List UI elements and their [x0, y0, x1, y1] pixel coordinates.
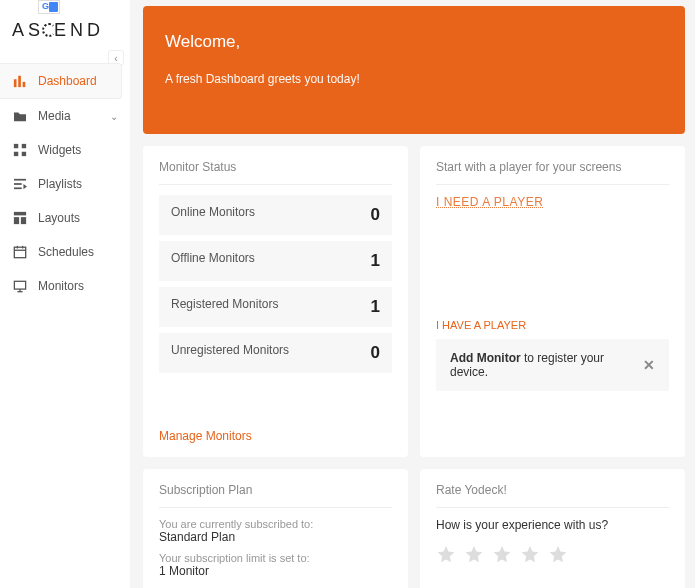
stat-value: 0 [371, 205, 380, 225]
have-player-label[interactable]: I HAVE A PLAYER [436, 319, 669, 331]
svg-rect-4 [22, 144, 26, 148]
monitor-status-card: Monitor Status Online Monitors 0 Offline… [143, 146, 408, 457]
rate-card: Rate Yodeck! How is your experience with… [420, 469, 685, 588]
sidebar-item-monitors[interactable]: Monitors [0, 269, 130, 303]
sidebar-item-playlists[interactable]: Playlists [0, 167, 130, 201]
widgets-icon [12, 143, 28, 157]
stat-row-unregistered: Unregistered Monitors 0 [159, 333, 392, 373]
stat-label: Unregistered Monitors [171, 343, 289, 363]
subscription-note: You are currently subscribed to: [159, 518, 392, 530]
star-4[interactable] [520, 544, 540, 564]
svg-rect-12 [21, 217, 26, 224]
card-title: Start with a player for your screens [436, 160, 669, 185]
sidebar-item-label: Media [38, 109, 71, 123]
need-player-link[interactable]: I NEED A PLAYER [436, 195, 669, 209]
player-start-card: Start with a player for your screens I N… [420, 146, 685, 457]
svg-rect-13 [14, 247, 25, 258]
sidebar-item-label: Widgets [38, 143, 81, 157]
sidebar-item-label: Schedules [38, 245, 94, 259]
stat-label: Registered Monitors [171, 297, 278, 317]
sidebar-item-label: Dashboard [38, 74, 97, 88]
chevron-down-icon: ⌄ [110, 111, 118, 122]
stat-row-offline: Offline Monitors 1 [159, 241, 392, 281]
playlist-icon [12, 178, 28, 190]
svg-rect-7 [14, 179, 26, 181]
main-content: Welcome, A fresh Dashboard greets you to… [143, 6, 685, 588]
calendar-icon [12, 245, 28, 259]
stat-value: 1 [371, 251, 380, 271]
sidebar-item-layouts[interactable]: Layouts [0, 201, 130, 235]
stat-row-registered: Registered Monitors 1 [159, 287, 392, 327]
star-2[interactable] [464, 544, 484, 564]
app-logo: ASEND [12, 20, 120, 41]
layouts-icon [12, 211, 28, 225]
welcome-banner: Welcome, A fresh Dashboard greets you to… [143, 6, 685, 134]
sidebar: ASEND ‹ Dashboard Media ⌄ Widgets [0, 0, 130, 588]
rate-question: How is your experience with us? [436, 518, 669, 532]
star-1[interactable] [436, 544, 456, 564]
card-title: Monitor Status [159, 160, 392, 185]
stat-row-online: Online Monitors 0 [159, 195, 392, 235]
svg-rect-0 [14, 79, 17, 87]
close-icon[interactable]: ✕ [643, 357, 655, 373]
subscription-limit: 1 Monitor [159, 564, 392, 578]
svg-rect-5 [14, 152, 18, 156]
star-5[interactable] [548, 544, 568, 564]
tip-text: Add Monitor to register your device. [450, 351, 643, 379]
svg-rect-17 [14, 281, 25, 289]
sidebar-item-dashboard[interactable]: Dashboard [0, 63, 122, 99]
svg-rect-6 [22, 152, 26, 156]
stat-label: Offline Monitors [171, 251, 255, 271]
rating-stars [436, 544, 669, 564]
subscription-plan-name: Standard Plan [159, 530, 392, 544]
sidebar-item-schedules[interactable]: Schedules [0, 235, 130, 269]
sidebar-item-label: Playlists [38, 177, 82, 191]
subscription-card: Subscription Plan You are currently subs… [143, 469, 408, 588]
monitor-icon [12, 280, 28, 293]
svg-rect-8 [14, 183, 22, 185]
welcome-subtitle: A fresh Dashboard greets you today! [165, 72, 663, 86]
svg-rect-2 [23, 82, 26, 87]
sidebar-item-widgets[interactable]: Widgets [0, 133, 130, 167]
sidebar-item-media[interactable]: Media ⌄ [0, 99, 130, 133]
svg-rect-3 [14, 144, 18, 148]
svg-rect-11 [14, 217, 19, 224]
google-translate-icon[interactable] [38, 0, 60, 14]
svg-rect-10 [14, 212, 26, 216]
card-title: Subscription Plan [159, 483, 392, 508]
svg-rect-9 [14, 187, 22, 189]
add-monitor-tip: Add Monitor to register your device. ✕ [436, 339, 669, 391]
folder-icon [12, 110, 28, 122]
stat-value: 0 [371, 343, 380, 363]
sidebar-item-label: Layouts [38, 211, 80, 225]
dashboard-icon [12, 74, 28, 88]
stat-label: Online Monitors [171, 205, 255, 225]
svg-rect-1 [18, 76, 21, 87]
subscription-limit-note: Your subscription limit is set to: [159, 552, 392, 564]
sidebar-item-label: Monitors [38, 279, 84, 293]
card-title: Rate Yodeck! [436, 483, 669, 508]
manage-monitors-link[interactable]: Manage Monitors [159, 429, 392, 443]
star-3[interactable] [492, 544, 512, 564]
stat-value: 1 [371, 297, 380, 317]
welcome-title: Welcome, [165, 32, 663, 52]
sidebar-nav: Dashboard Media ⌄ Widgets Playlists La [0, 63, 130, 303]
logo-area: ASEND ‹ [0, 0, 130, 59]
